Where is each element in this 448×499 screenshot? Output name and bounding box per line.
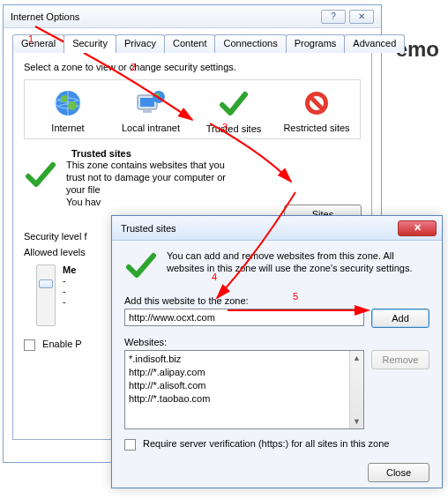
websites-listbox[interactable]: *.indisoft.biz http://*.alipay.com http:… (124, 350, 364, 429)
security-slider[interactable] (36, 264, 56, 326)
close-icon[interactable]: ✕ (398, 220, 437, 236)
svg-point-8 (155, 93, 160, 98)
zone-list: Internet Local intranet Trusted sites (24, 79, 361, 139)
require-https-checkbox[interactable] (124, 439, 136, 451)
require-https-row: Require server verification (https:) for… (124, 438, 429, 451)
tab-general[interactable]: General (12, 34, 64, 53)
enable-protected-label: Enable P (42, 339, 82, 349)
trusted-sites-titlebar: Trusted sites ✕ (112, 216, 442, 241)
close-button[interactable]: Close (368, 463, 429, 482)
zone-detail-title: Trusted sites (71, 148, 361, 159)
add-website-input[interactable] (124, 309, 364, 326)
zone-label: Local intranet (116, 123, 186, 133)
scrollbar[interactable]: ▲ ▼ (349, 351, 363, 428)
trusted-sites-title: Trusted sites (121, 223, 176, 234)
tab-advanced[interactable]: Advanced (344, 34, 405, 53)
require-https-label: Require server verification (https:) for… (143, 438, 389, 449)
trusted-sites-info: You can add and remove websites from thi… (167, 250, 429, 283)
add-button[interactable]: Add (371, 309, 429, 328)
tab-programs[interactable]: Programs (286, 34, 346, 53)
computer-globe-icon (116, 86, 186, 121)
websites-label: Websites: (124, 337, 429, 347)
list-item[interactable]: http://*.alisoft.com (129, 379, 346, 392)
svg-rect-5 (140, 98, 154, 107)
svg-rect-6 (143, 110, 152, 113)
no-entry-icon (281, 86, 352, 121)
list-item[interactable]: http://*.taobao.com (129, 392, 346, 406)
help-button[interactable]: ? (321, 10, 346, 24)
internet-options-title: Internet Options (11, 5, 79, 28)
scroll-up-icon[interactable]: ▲ (350, 351, 363, 365)
zone-detail-desc: This zone contains websites that you tru… (66, 159, 260, 208)
tab-content[interactable]: Content (164, 34, 216, 53)
zone-internet[interactable]: Internet (33, 86, 103, 135)
level-bullet: - (63, 296, 76, 307)
svg-point-3 (68, 101, 77, 110)
check-icon (199, 86, 268, 122)
tab-strip: General Security Privacy Content Connect… (12, 34, 372, 52)
scroll-down-icon[interactable]: ▼ (350, 414, 363, 428)
add-website-label: Add this website to the zone: (124, 295, 429, 306)
tab-connections[interactable]: Connections (214, 34, 286, 53)
list-item[interactable]: *.indisoft.biz (129, 353, 346, 366)
zone-detail-group: Trusted sites This zone contains website… (24, 148, 361, 208)
svg-point-7 (153, 91, 165, 103)
tab-privacy[interactable]: Privacy (116, 34, 165, 53)
check-icon (124, 250, 158, 283)
zone-label: Internet (33, 123, 103, 133)
zone-trusted-sites[interactable]: Trusted sites (198, 86, 269, 135)
level-bullet: - (63, 275, 76, 286)
internet-options-titlebar: Internet Options ? ✕ (4, 5, 381, 28)
zone-label: Trusted sites (199, 123, 268, 134)
tab-security[interactable]: Security (63, 34, 116, 53)
remove-button[interactable]: Remove (371, 350, 429, 369)
zone-restricted-sites[interactable]: Restricted sites (281, 86, 352, 135)
trusted-sites-dialog: Trusted sites ✕ You can add and remove w… (111, 215, 443, 488)
list-item[interactable]: http://*.alipay.com (129, 366, 346, 379)
globe-icon (33, 86, 103, 121)
level-name: Me (63, 264, 76, 275)
zone-prompt: Select a zone to view or change security… (24, 62, 361, 72)
zone-label: Restricted sites (281, 123, 352, 133)
check-icon (24, 159, 57, 192)
zone-local-intranet[interactable]: Local intranet (116, 86, 186, 135)
close-button[interactable]: ✕ (349, 10, 374, 24)
level-bullet: - (63, 286, 76, 296)
enable-protected-checkbox[interactable] (24, 339, 35, 351)
svg-point-2 (61, 95, 68, 102)
